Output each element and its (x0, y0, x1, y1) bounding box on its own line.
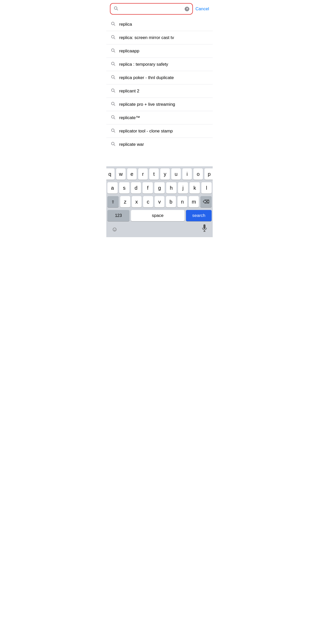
suggestion-text: replicant 2 (119, 89, 139, 94)
search-input-wrapper[interactable]: replica ✕ (110, 3, 193, 15)
key-o[interactable]: o (193, 168, 203, 180)
key-f[interactable]: f (143, 182, 153, 194)
suggestion-item[interactable]: replicate pro + live streaming (106, 98, 213, 111)
search-input[interactable]: replica (120, 6, 183, 12)
suggestion-text: replicate war (119, 142, 144, 147)
suggestion-item[interactable]: replicaapp (106, 44, 213, 58)
key-c[interactable]: c (143, 196, 153, 207)
key-l[interactable]: l (201, 182, 212, 194)
suggestion-text: replica : temporary safety (119, 62, 168, 67)
key-u[interactable]: u (171, 168, 181, 180)
suggestion-item[interactable]: replica : temporary safety (106, 58, 213, 71)
key-j[interactable]: j (178, 182, 188, 194)
suggestion-item[interactable]: replicate™ (106, 111, 213, 124)
keyboard-row-1: qwertyuiop (107, 168, 212, 180)
key-q[interactable]: q (106, 168, 115, 180)
search-icon (114, 6, 118, 12)
svg-line-5 (114, 38, 115, 39)
suggestion-search-icon (110, 35, 116, 41)
suggestion-text: replicaapp (119, 49, 139, 54)
key-b[interactable]: b (166, 196, 176, 207)
clear-button[interactable]: ✕ (185, 7, 189, 11)
suggestion-text: replica (119, 22, 132, 27)
keyboard-bottom-row: 123 space search (107, 210, 212, 221)
shift-key[interactable]: ⇧ (107, 196, 119, 207)
suggestion-text: replicator tool - clone stamp (119, 129, 173, 134)
key-z[interactable]: z (120, 196, 130, 207)
suggestion-item[interactable]: replicate war (106, 138, 213, 151)
key-m[interactable]: m (189, 196, 199, 207)
key-r[interactable]: r (138, 168, 148, 180)
suggestion-item[interactable]: replica poker - thnl duplicate (106, 71, 213, 84)
key-n[interactable]: n (177, 196, 187, 207)
emoji-icon[interactable]: ☺ (111, 226, 118, 233)
key-v[interactable]: v (155, 196, 165, 207)
svg-line-11 (114, 78, 115, 79)
suggestion-list: replicareplica: screen mirror cast tvrep… (106, 18, 213, 151)
svg-line-19 (114, 131, 115, 132)
key-t[interactable]: t (149, 168, 159, 180)
svg-line-9 (114, 64, 115, 65)
suggestion-search-icon (110, 48, 116, 54)
space-key[interactable]: space (131, 210, 184, 221)
key-g[interactable]: g (154, 182, 165, 194)
key-k[interactable]: k (190, 182, 200, 194)
key-p[interactable]: p (204, 168, 213, 180)
cancel-button[interactable]: Cancel (195, 6, 209, 12)
suggestion-item[interactable]: replicator tool - clone stamp (106, 124, 213, 138)
key-a[interactable]: a (107, 182, 118, 194)
suggestion-search-icon (110, 21, 116, 27)
key-s[interactable]: s (119, 182, 129, 194)
suggestion-search-icon (110, 115, 116, 121)
suggestion-item[interactable]: replica (106, 18, 213, 31)
key-e[interactable]: e (127, 168, 137, 180)
suggestion-text: replicate pro + live streaming (119, 102, 175, 107)
key-h[interactable]: h (166, 182, 176, 194)
svg-line-21 (114, 145, 115, 146)
svg-line-7 (114, 51, 115, 52)
keyboard-row-2: asdfghjkl (107, 182, 212, 194)
number-key[interactable]: 123 (107, 210, 129, 221)
key-w[interactable]: w (116, 168, 126, 180)
svg-rect-22 (203, 224, 205, 229)
suggestion-search-icon (110, 128, 116, 134)
svg-line-15 (114, 104, 115, 105)
search-key[interactable]: search (186, 210, 212, 221)
keyboard: qwertyuiop asdfghjkl ⇧zxcvbnm⌫ 123 space… (106, 166, 213, 237)
suggestion-text: replica poker - thnl duplicate (119, 75, 174, 80)
search-bar-area: replica ✕ Cancel (106, 0, 213, 18)
suggestion-text: replica: screen mirror cast tv (119, 35, 174, 40)
suggestion-item[interactable]: replica: screen mirror cast tv (106, 31, 213, 44)
keyboard-row-3: ⇧zxcvbnm⌫ (107, 196, 212, 207)
suggestion-item[interactable]: replicant 2 (106, 84, 213, 98)
svg-line-17 (114, 118, 115, 119)
suggestion-search-icon (110, 88, 116, 94)
svg-line-1 (117, 9, 118, 10)
suggestion-search-icon (110, 75, 116, 81)
suggestion-text: replicate™ (119, 115, 140, 120)
microphone-icon[interactable] (201, 224, 208, 234)
suggestion-search-icon (110, 141, 116, 147)
svg-line-13 (114, 91, 115, 92)
delete-key[interactable]: ⌫ (200, 196, 212, 207)
keyboard-toolbar: ☺ (107, 223, 212, 236)
key-d[interactable]: d (131, 182, 141, 194)
suggestion-search-icon (110, 61, 116, 67)
key-i[interactable]: i (182, 168, 192, 180)
svg-line-3 (114, 24, 115, 25)
key-x[interactable]: x (132, 196, 142, 207)
suggestion-search-icon (110, 101, 116, 107)
key-y[interactable]: y (160, 168, 170, 180)
